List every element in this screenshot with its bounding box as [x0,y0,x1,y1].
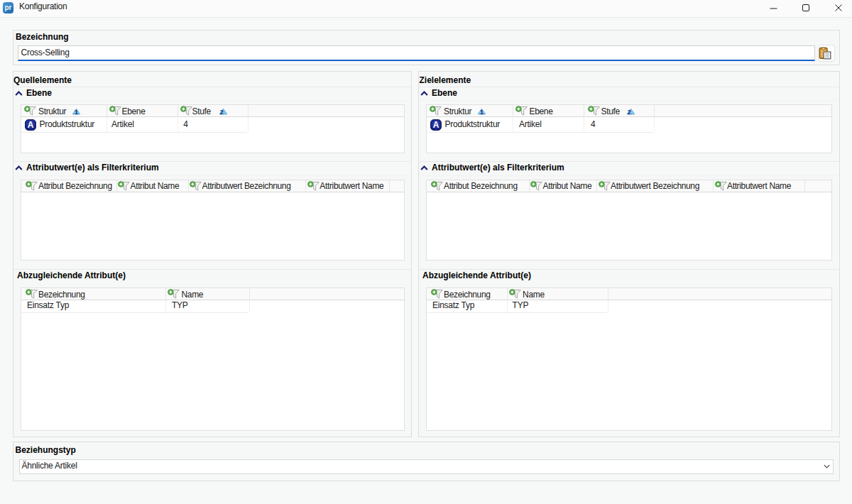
svg-text:1: 1 [75,109,78,115]
svg-text:2: 2 [219,109,223,115]
svg-text:1: 1 [480,109,484,115]
svg-text:2: 2 [627,109,630,115]
